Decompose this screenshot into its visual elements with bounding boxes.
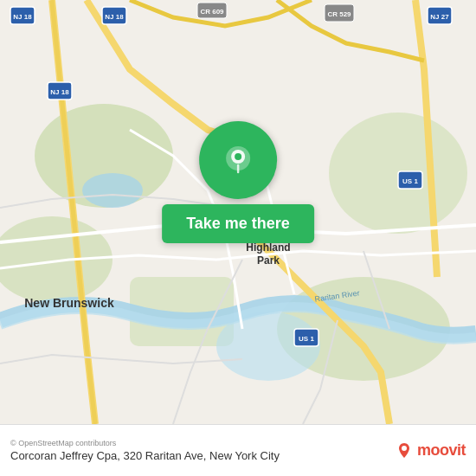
svg-text:New Brunswick: New Brunswick	[24, 296, 114, 310]
moovit-logo: moovit	[395, 441, 466, 460]
location-pin-icon	[199, 121, 277, 199]
take-me-there-button[interactable]: Take me there	[162, 204, 314, 243]
svg-text:NJ 18: NJ 18	[13, 13, 32, 21]
take-me-there-card: Take me there	[162, 121, 314, 243]
svg-point-7	[82, 173, 143, 208]
svg-text:NJ 18: NJ 18	[50, 88, 69, 96]
svg-text:CR 609: CR 609	[200, 8, 224, 16]
svg-text:Highland: Highland	[246, 241, 290, 254]
moovit-brand-text: moovit	[417, 441, 466, 460]
svg-text:CR 529: CR 529	[327, 10, 351, 18]
map-container: NJ 18 NJ 18 NJ 18 NJ 27 US 1 US 1 CR 529…	[0, 0, 476, 424]
footer: © OpenStreetMap contributors Corcoran Je…	[0, 424, 476, 476]
svg-text:US 1: US 1	[299, 335, 314, 343]
svg-text:NJ 27: NJ 27	[430, 13, 449, 21]
footer-left: © OpenStreetMap contributors Corcoran Je…	[10, 439, 395, 462]
svg-point-30	[235, 153, 241, 160]
svg-point-31	[402, 446, 407, 451]
address-text: Corcoran Jeffrey Cpa, 320 Raritan Ave, N…	[10, 449, 395, 462]
moovit-logo-icon	[395, 441, 414, 460]
svg-text:Park: Park	[257, 254, 280, 267]
attribution-text: © OpenStreetMap contributors	[10, 439, 395, 447]
svg-text:US 1: US 1	[402, 177, 418, 185]
svg-text:NJ 18: NJ 18	[105, 13, 124, 21]
